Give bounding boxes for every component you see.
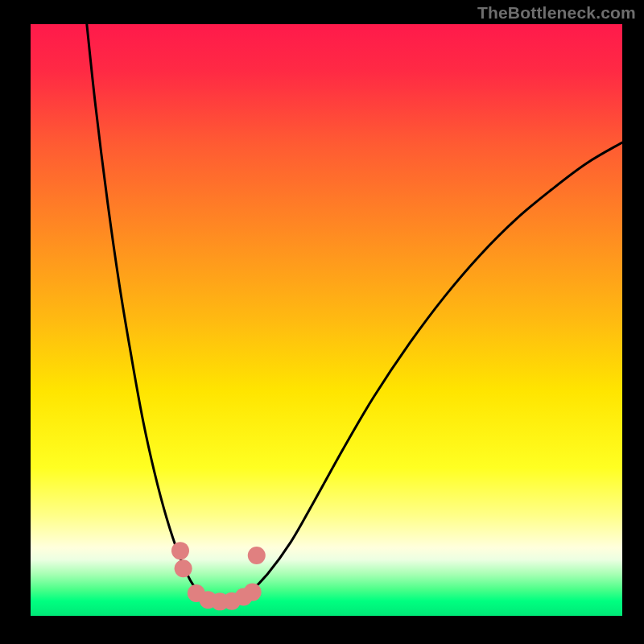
watermark-text: TheBottleneck.com	[477, 3, 636, 23]
data-marker	[248, 547, 266, 564]
plot-background	[31, 24, 622, 616]
bottleneck-chart	[0, 0, 644, 644]
chart-frame: { "watermark": "TheBottleneck.com", "cha…	[0, 0, 644, 644]
data-marker	[171, 542, 189, 559]
data-marker	[244, 584, 262, 601]
data-marker	[175, 559, 192, 577]
